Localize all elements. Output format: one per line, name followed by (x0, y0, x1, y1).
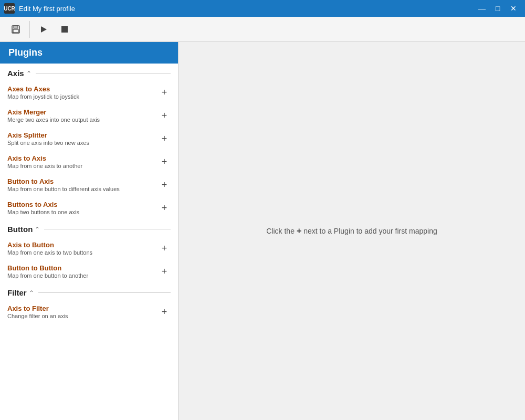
plugin-name: Axis to Axis (7, 154, 158, 162)
section-toggle-filter[interactable]: ⌃ (29, 289, 34, 297)
plugin-name: Buttons to Axis (7, 201, 158, 208)
add-axes-to-axes-button[interactable]: + (158, 86, 171, 99)
close-button[interactable]: ✕ (506, 2, 521, 15)
minimize-button[interactable]: — (475, 2, 489, 15)
hint-prefix: Click the (266, 227, 295, 235)
content-area: Click the + next to a Plugin to add your… (178, 42, 525, 420)
plugin-desc: Map from one button to different axis va… (7, 186, 158, 192)
sidebar-header: Plugins (0, 42, 178, 64)
plugin-item-axis-to-axis: Axis to Axis Map from one axis to anothe… (0, 150, 178, 173)
svg-rect-4 (61, 26, 68, 33)
plugin-item-axis-merger: Axis Merger Merge two axes into one outp… (0, 104, 178, 127)
plugin-desc: Split one axis into two new axes (7, 140, 158, 146)
plugin-desc: Merge two axes into one output axis (7, 117, 158, 123)
plugin-name: Axis to Filter (7, 304, 158, 312)
svg-marker-3 (41, 26, 47, 33)
add-button-to-axis-button[interactable]: + (158, 178, 171, 191)
plugin-item-buttons-to-axis: Buttons to Axis Map two buttons to one a… (0, 196, 178, 219)
add-axis-to-button-button[interactable]: + (158, 242, 171, 255)
plugin-name: Axis to Button (7, 241, 158, 249)
plugin-item-button-to-button: Button to Button Map from one button to … (0, 260, 178, 283)
sidebar-content[interactable]: Axis ⌃ Axes to Axes Map from joystick to… (0, 64, 178, 420)
play-button[interactable] (34, 20, 53, 39)
maximize-button[interactable]: □ (490, 2, 505, 15)
plugin-name: Button to Axis (7, 177, 158, 185)
section-header-axis: Axis ⌃ (0, 64, 178, 81)
add-button-to-button-button[interactable]: + (158, 265, 171, 278)
hint-suffix: next to a Plugin to add your first mappi… (303, 227, 437, 235)
plugin-item-axes-to-axes: Axes to Axes Map from joystick to joysti… (0, 81, 178, 104)
plugin-item-axis-to-button: Axis to Button Map from one axis to two … (0, 237, 178, 260)
plugin-name: Axis Merger (7, 108, 158, 116)
stop-button[interactable] (55, 20, 74, 39)
section-header-button: Button ⌃ (0, 219, 178, 237)
plugin-desc: Map from one axis to two buttons (7, 249, 158, 256)
plugin-desc: Map from one button to another (7, 272, 158, 279)
add-axis-to-axis-button[interactable]: + (158, 155, 171, 168)
add-axis-splitter-button[interactable]: + (158, 132, 171, 145)
svg-rect-1 (14, 26, 18, 28)
svg-rect-2 (13, 29, 18, 33)
plugin-name: Axes to Axes (7, 85, 158, 93)
add-axis-merger-button[interactable]: + (158, 109, 171, 122)
hint-plus-icon: + (297, 226, 301, 236)
main-layout: Plugins Axis ⌃ Axes to Axes Map from joy… (0, 42, 525, 420)
save-button[interactable] (6, 20, 25, 39)
plugin-name: Axis Splitter (7, 131, 158, 139)
plugin-name: Button to Button (7, 264, 158, 272)
sidebar: Plugins Axis ⌃ Axes to Axes Map from joy… (0, 42, 178, 420)
plugin-item-axis-to-filter: Axis to Filter Change filter on an axis … (0, 300, 178, 323)
app-icon: UCR (4, 3, 15, 14)
section-toggle-axis[interactable]: ⌃ (26, 70, 32, 77)
plugin-item-axis-splitter: Axis Splitter Split one axis into two ne… (0, 127, 178, 150)
window-title: Edit My first profile (19, 5, 475, 13)
add-axis-to-filter-button[interactable]: + (158, 306, 171, 318)
plugin-desc: Map two buttons to one axis (7, 209, 158, 215)
plugin-desc: Map from one axis to another (7, 163, 158, 169)
add-buttons-to-axis-button[interactable]: + (158, 202, 171, 214)
toolbar-separator (29, 21, 30, 38)
section-toggle-button[interactable]: ⌃ (35, 226, 40, 233)
toolbar (0, 17, 525, 42)
plugin-desc: Change filter on an axis (7, 313, 158, 319)
plugin-item-button-to-axis: Button to Axis Map from one button to di… (0, 173, 178, 196)
hint-text: Click the + next to a Plugin to add your… (266, 226, 437, 236)
plugin-desc: Map from joystick to joystick (7, 93, 158, 100)
window-controls: — □ ✕ (475, 2, 521, 15)
section-header-filter: Filter ⌃ (0, 283, 178, 300)
title-bar: UCR Edit My first profile — □ ✕ (0, 0, 525, 17)
